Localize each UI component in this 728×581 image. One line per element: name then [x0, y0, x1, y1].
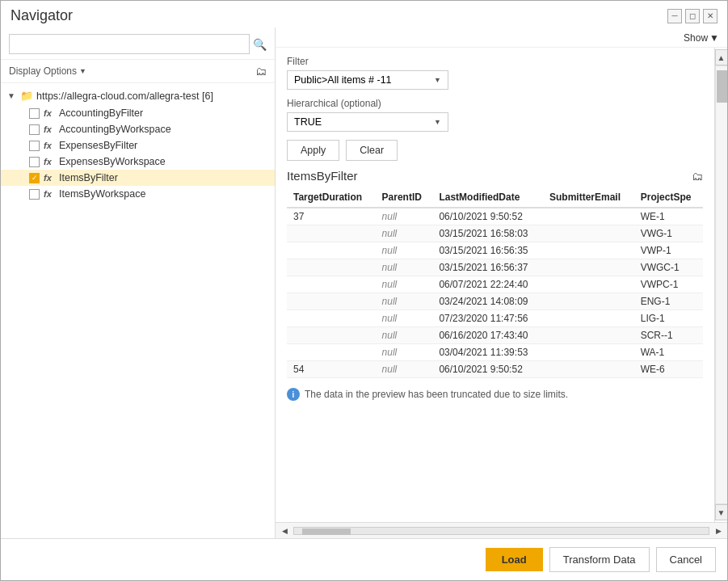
clear-button[interactable]: Clear: [346, 140, 398, 161]
table-row: null06/16/2020 17:43:40SCR--1: [287, 327, 703, 344]
search-button[interactable]: 🔍: [253, 38, 267, 51]
cell-targetduration: 37: [287, 208, 376, 225]
cancel-button[interactable]: Cancel: [656, 547, 716, 572]
load-button[interactable]: Load: [486, 548, 543, 571]
cell-projectspe: VWG-1: [634, 225, 703, 242]
fx-icon-4: fx: [44, 173, 55, 183]
item-checkbox-2[interactable]: [29, 141, 40, 151]
item-label-3: ExpensesByWorkspace: [59, 156, 166, 167]
fx-icon-2: fx: [44, 141, 55, 150]
list-item[interactable]: fx ExpensesByWorkspace: [1, 154, 275, 170]
hierarchical-section: Hierarchical (optional) TRUE ▼: [287, 98, 703, 132]
vertical-scrollbar: ▲ ▼: [714, 48, 727, 522]
fx-icon-3: fx: [44, 157, 55, 166]
scroll-thumb[interactable]: [717, 70, 728, 103]
tree-root[interactable]: ▼ 📁 https://allegra-cloud.com/allegra-te…: [1, 86, 275, 105]
cell-targetduration: [287, 276, 376, 293]
cell-projectspe: VWPC-1: [634, 276, 703, 293]
item-checkbox-1[interactable]: [29, 124, 40, 135]
table-row: null03/15/2021 16:56:35VWP-1: [287, 242, 703, 259]
cell-targetduration: 54: [287, 361, 376, 378]
folder-icon: 📁: [20, 90, 33, 102]
filter-label: Filter: [287, 56, 703, 67]
footer: Load Transform Data Cancel: [1, 538, 727, 580]
list-item[interactable]: fx ExpensesByFilter: [1, 137, 275, 154]
cell-projectspe: VWP-1: [634, 242, 703, 259]
cell-parentid: null: [376, 361, 433, 378]
col-header-targetduration: TargetDuration: [287, 187, 376, 208]
cell-projectspe: ENG-1: [634, 293, 703, 310]
minimize-button[interactable]: ─: [667, 9, 682, 23]
right-panel: Show ▼ Filter Public>All items # -11 ▼: [276, 27, 727, 538]
item-label-0: AccountingByFilter: [59, 107, 143, 119]
cell-lastmodifieddate: 03/04/2021 11:39:53: [432, 344, 543, 361]
scroll-track[interactable]: [715, 65, 728, 504]
list-item[interactable]: fx ItemsByFilter: [1, 170, 275, 186]
data-table: TargetDuration ParentID LastModifiedDate…: [287, 187, 703, 378]
item-checkbox-3[interactable]: [29, 157, 40, 167]
hierarchical-caret: ▼: [434, 118, 441, 126]
cell-submitteremail: [543, 242, 634, 259]
search-bar: 🔍: [1, 27, 275, 60]
table-row: null07/23/2020 11:47:56LIG-1: [287, 310, 703, 327]
item-checkbox-0[interactable]: [29, 108, 40, 119]
filter-dropdown[interactable]: Public>All items # -11 ▼: [287, 70, 448, 90]
list-item[interactable]: fx AccountingByFilter: [1, 105, 275, 121]
table-row: 37null06/10/2021 9:50:52WE-1: [287, 208, 703, 225]
scroll-right-arrow[interactable]: ▶: [713, 525, 724, 537]
navigator-window: Navigator ─ ◻ ✕ 🔍 Display Options ▼ 🗂: [0, 0, 728, 581]
title-bar: Navigator ─ ◻ ✕: [1, 1, 727, 27]
filter-section: Filter Public>All items # -11 ▼: [287, 56, 703, 90]
horizontal-scrollbar: ◀ ▶: [276, 522, 727, 538]
list-item[interactable]: fx AccountingByWorkspace: [1, 121, 275, 137]
cell-projectspe: WE-6: [634, 361, 703, 378]
grid-view-icon[interactable]: 🗂: [255, 65, 267, 78]
show-button[interactable]: Show ▼: [684, 32, 719, 44]
scroll-up-arrow[interactable]: ▲: [715, 49, 728, 65]
table-section: ItemsByFilter 🗂 TargetDuration ParentID …: [287, 169, 703, 401]
cell-projectspe: LIG-1: [634, 310, 703, 327]
tree-container: ▼ 📁 https://allegra-cloud.com/allegra-te…: [1, 83, 275, 538]
apply-button[interactable]: Apply: [287, 140, 339, 161]
display-options-label: Display Options: [9, 65, 77, 77]
table-row: null03/15/2021 16:58:03VWG-1: [287, 225, 703, 242]
table-export-icon[interactable]: 🗂: [692, 170, 703, 183]
hierarchical-dropdown[interactable]: TRUE ▼: [287, 112, 448, 132]
fx-icon-1: fx: [44, 124, 55, 134]
table-header: TargetDuration ParentID LastModifiedDate…: [287, 187, 703, 208]
right-content: Filter Public>All items # -11 ▼ Hierarch…: [276, 48, 714, 522]
item-label-1: AccountingByWorkspace: [59, 124, 171, 135]
filter-value: Public>All items # -11: [294, 74, 392, 86]
display-options-button[interactable]: Display Options ▼: [9, 65, 86, 77]
transform-data-button[interactable]: Transform Data: [549, 547, 650, 572]
item-label-4: ItemsByFilter: [59, 172, 118, 183]
cell-parentid: null: [376, 310, 433, 327]
filter-buttons-row: Apply Clear: [287, 140, 703, 161]
h-scroll-track[interactable]: [293, 527, 709, 535]
cell-targetduration: [287, 344, 376, 361]
cell-projectspe: WA-1: [634, 344, 703, 361]
main-content: 🔍 Display Options ▼ 🗂 ▼ 📁 https://allegr…: [1, 27, 727, 538]
cell-submitteremail: [543, 259, 634, 276]
display-options-caret: ▼: [79, 67, 86, 75]
item-checkbox-5[interactable]: [29, 189, 40, 200]
item-checkbox-4[interactable]: [29, 173, 40, 183]
cell-targetduration: [287, 242, 376, 259]
maximize-button[interactable]: ◻: [685, 9, 700, 23]
show-label: Show: [684, 32, 708, 44]
h-scroll-thumb[interactable]: [302, 528, 351, 535]
list-item[interactable]: fx ItemsByWorkspace: [1, 186, 275, 202]
left-panel: 🔍 Display Options ▼ 🗂 ▼ 📁 https://allegr…: [1, 27, 276, 538]
table-row: null03/24/2021 14:08:09ENG-1: [287, 293, 703, 310]
close-button[interactable]: ✕: [703, 9, 717, 23]
show-caret-icon: ▼: [709, 32, 719, 44]
fx-icon-0: fx: [44, 108, 55, 118]
cell-lastmodifieddate: 03/15/2021 16:56:35: [432, 242, 543, 259]
search-input[interactable]: [9, 34, 250, 54]
scroll-left-arrow[interactable]: ◀: [279, 525, 290, 537]
scroll-down-arrow[interactable]: ▼: [715, 504, 728, 520]
col-header-submitteremail: SubmitterEmail: [543, 187, 634, 208]
cell-parentid: null: [376, 327, 433, 344]
cell-submitteremail: [543, 327, 634, 344]
filter-dropdown-caret: ▼: [434, 76, 441, 84]
